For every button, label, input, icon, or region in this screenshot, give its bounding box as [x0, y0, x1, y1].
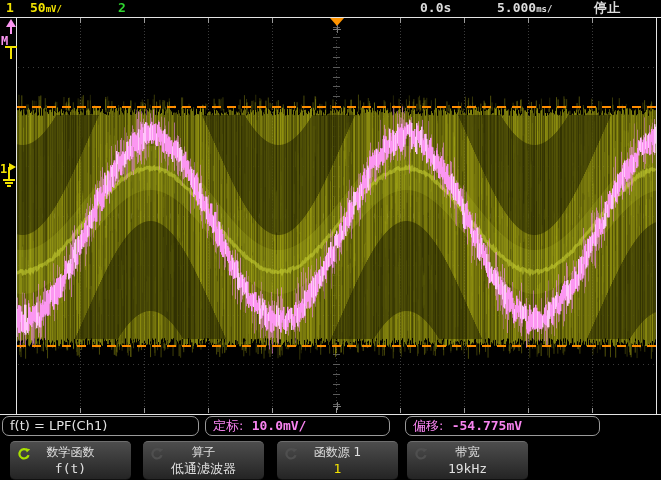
softkey-operator-value: 低通滤波器 [143, 461, 264, 477]
oscilloscope-screen: 1 50mV/ 2 0.0s 5.000ms/ 停止 f(t) = LPF(Ch… [0, 0, 661, 480]
softkey-math-function-value: f(t) [10, 461, 131, 477]
timebase-value: 5.000 [497, 0, 536, 15]
channel1-scale-unit: mV/ [46, 4, 62, 14]
acquisition-state: 停止 [594, 0, 620, 16]
channel1-badge[interactable]: 1 [6, 0, 14, 16]
cycle-icon [284, 447, 298, 461]
math-definition-readout: f(t) = LPF(Ch1) [2, 416, 199, 436]
softkey-function-source-value: 1 [277, 461, 398, 477]
cycle-icon [17, 447, 31, 461]
cycle-icon [150, 447, 164, 461]
delay-readout[interactable]: 0.0s [420, 0, 451, 16]
math-scale-readout[interactable]: 定标: 10.0mV/ [205, 416, 390, 436]
softkey-bandwidth[interactable]: 带宽 19kHz [407, 441, 528, 480]
math-scale-label: 定标: [213, 418, 243, 433]
timebase-readout[interactable]: 5.000ms/ [497, 0, 552, 16]
channel2-badge[interactable]: 2 [118, 0, 126, 16]
softkey-operator[interactable]: 算子 低通滤波器 [143, 441, 264, 480]
math-scale-value: 10.0mV/ [252, 418, 307, 433]
softkey-bandwidth-value: 19kHz [407, 461, 528, 477]
channel1-scale-readout[interactable]: 50mV/ [30, 0, 62, 16]
channel1-scale-value: 50 [30, 0, 46, 15]
cycle-icon [414, 447, 428, 461]
softkey-function-source[interactable]: 函数源 1 1 [277, 441, 398, 480]
math-offset-label: 偏移: [413, 418, 443, 433]
scope-display-canvas [0, 0, 661, 480]
softkey-math-function[interactable]: 数学函数 f(t) [10, 441, 131, 480]
timebase-unit: ms/ [536, 4, 552, 14]
math-offset-value: -54.775mV [452, 418, 522, 433]
math-offset-readout[interactable]: 偏移: -54.775mV [405, 416, 600, 436]
